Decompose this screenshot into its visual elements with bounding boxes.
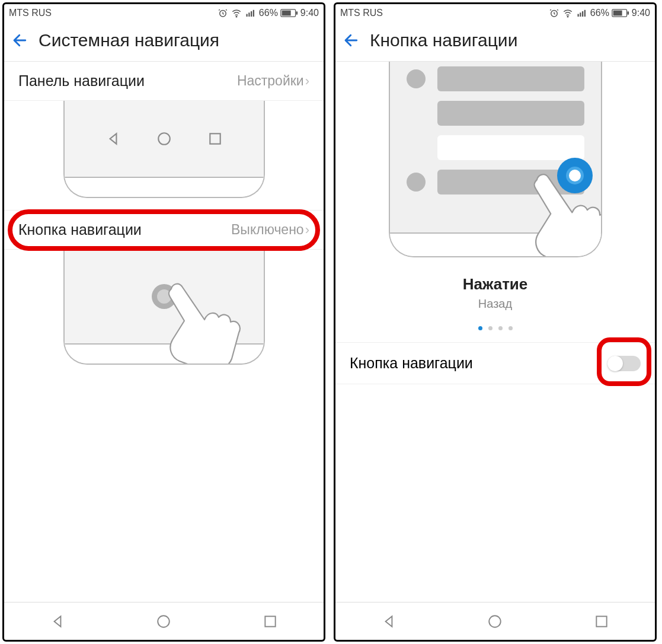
status-bar: MTS RUS 66% 9:40 [335,4,655,22]
svg-rect-16 [580,12,581,17]
mock-bar [437,66,584,91]
nav-button-label: Кнопка навигации [18,221,142,238]
caption-subtitle: Назад [335,297,655,311]
mock-row-1 [407,66,584,91]
nav-home-icon[interactable] [156,614,171,629]
nav-back-icon[interactable] [50,614,65,629]
time-label: 9:40 [300,8,319,18]
gesture-preview [335,62,655,257]
nav-button-row[interactable]: Кнопка навигации Выключено › [4,211,324,250]
nav-recent-icon[interactable] [594,614,609,629]
nav-button-section: Кнопка навигации Выключено › [4,211,324,250]
svg-rect-23 [596,616,606,626]
nav-button-preview [4,250,324,377]
alarm-icon [549,8,559,18]
hand-icon [159,278,242,365]
mock-dot [407,69,426,88]
caption-title: Нажатие [335,275,655,294]
svg-point-11 [158,616,170,627]
nav-panel-value: Настройки › [237,73,309,89]
carrier-label: MTS RUS [9,8,52,18]
spacer [4,377,324,602]
status-right: 66% 9:40 [549,8,650,18]
nav-recent-icon[interactable] [263,614,278,629]
back-icon[interactable] [11,31,29,49]
signal-icon [245,8,257,18]
nav-panel-label: Панель навигации [18,72,145,90]
screen2-header: Кнопка навигации [335,22,655,62]
gesture-caption: Нажатие Назад [335,257,655,314]
nav-back-icon[interactable] [381,614,396,629]
preview-screen [390,62,601,234]
nav-home-icon[interactable] [487,614,503,629]
preview-screen-2 [65,250,264,345]
svg-rect-3 [248,12,250,17]
page-dot-4 [509,326,513,330]
toggle-section: Кнопка навигации [335,342,655,384]
preview-screen [65,101,264,178]
spacer [335,384,655,602]
signal-icon [576,8,588,18]
toggle-label: Кнопка навигации [350,355,473,372]
svg-rect-12 [265,616,275,626]
chevron-right-icon: › [305,222,309,238]
svg-rect-2 [246,14,247,17]
system-nav-bar [4,602,324,640]
phone-screen-1: MTS RUS 66% 9:40 Системная навигация Пан… [2,2,325,642]
svg-rect-15 [577,14,578,17]
nav-button-toggle-row[interactable]: Кнопка навигации [335,342,655,384]
svg-rect-4 [251,11,252,17]
home-circle-icon [156,131,172,146]
phone-screen-2: MTS RUS 66% 9:40 Кнопка навигации [334,2,657,642]
svg-rect-20 [613,11,622,16]
status-bar: MTS RUS 66% 9:40 [4,4,324,22]
preview-phone-mockup [63,101,265,198]
preview-phone-mockup-2 [63,250,265,365]
battery-icon [280,8,298,18]
mock-row-2 [407,101,584,126]
mock-row-3 [407,135,584,160]
svg-rect-17 [582,11,583,17]
toggle-thumb [607,356,623,371]
svg-point-22 [490,616,501,627]
nav-button-value: Выключено › [231,222,309,238]
svg-point-14 [567,16,568,17]
mock-bar [437,101,584,126]
svg-rect-7 [282,11,291,16]
battery-percent: 66% [590,8,609,18]
toggle-switch[interactable] [607,356,641,371]
system-nav-bar [335,602,655,640]
page-title: Кнопка навигации [370,30,517,50]
preview-phone-mockup [389,62,602,257]
battery-icon [612,8,629,18]
mock-bar-light [437,135,584,160]
page-dot-1 [478,326,482,330]
hand-icon [518,168,602,257]
wifi-icon [562,8,574,18]
back-triangle-icon [105,131,121,146]
page-indicator [335,314,655,342]
preview-chin [65,178,264,197]
nav-panel-row[interactable]: Панель навигации Настройки › [4,62,324,101]
hand-illustration [65,250,264,343]
svg-rect-5 [253,10,254,17]
page-title: Системная навигация [39,30,219,50]
mock-dot [407,173,426,192]
page-dot-2 [488,326,492,330]
svg-point-9 [158,133,170,145]
recent-square-icon [207,131,223,146]
status-right: 66% 9:40 [218,8,319,18]
svg-point-1 [236,16,237,17]
svg-rect-8 [296,11,298,14]
screen1-header: Системная навигация [4,22,324,62]
alarm-icon [218,8,228,18]
wifi-icon [231,8,242,18]
battery-percent: 66% [259,8,278,18]
svg-rect-21 [627,11,629,14]
svg-rect-18 [584,10,586,17]
chevron-right-icon: › [305,74,309,89]
nav-panel-preview [4,101,324,211]
back-icon[interactable] [343,31,360,49]
page-dot-3 [498,326,503,330]
carrier-label: MTS RUS [340,8,383,18]
